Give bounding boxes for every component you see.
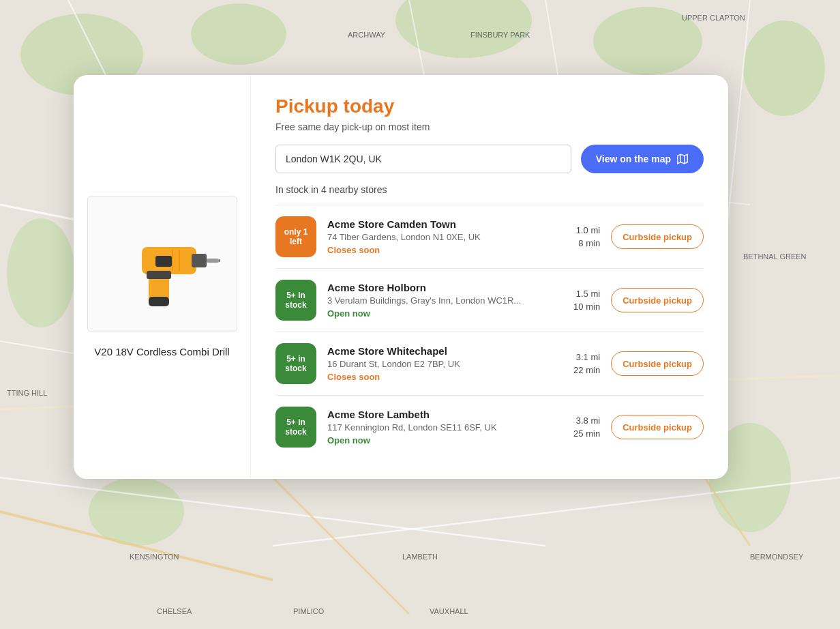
svg-point-2 xyxy=(191,3,286,65)
store-row-4: 5+ in stock Acme Store Lambeth 117 Kenni… xyxy=(275,396,704,458)
product-image-box xyxy=(87,196,237,332)
svg-text:KENSINGTON: KENSINGTON xyxy=(130,553,179,561)
stock-badge-4: 5+ in stock xyxy=(275,407,316,448)
badge-line1-2: 5+ in xyxy=(286,291,305,300)
svg-text:TTING HILL: TTING HILL xyxy=(7,389,47,397)
svg-text:CHELSEA: CHELSEA xyxy=(157,607,192,615)
pickup-title: Pickup today xyxy=(275,96,704,117)
curbside-button-1[interactable]: Curbside pickup xyxy=(611,224,704,249)
store-status-2: Open now xyxy=(327,308,548,319)
stock-summary: In stock in 4 nearby stores xyxy=(275,184,704,195)
store-row-2: 5+ in stock Acme Store Holborn 3 Verulam… xyxy=(275,269,704,332)
svg-text:FINSBURY PARK: FINSBURY PARK xyxy=(470,31,530,39)
curbside-button-2[interactable]: Curbside pickup xyxy=(611,288,704,312)
store-distance-2: 1.5 mi 10 min xyxy=(559,287,600,314)
store-info-4: Acme Store Lambeth 117 Kennington Rd, Lo… xyxy=(327,409,548,445)
badge-line1-3: 5+ in xyxy=(286,354,305,364)
store-name-4: Acme Store Lambeth xyxy=(327,409,548,420)
svg-rect-38 xyxy=(219,259,220,262)
product-title: V20 18V Cordless Combi Drill xyxy=(94,345,229,359)
distance-mi-1: 1.0 mi xyxy=(559,224,600,237)
store-distance-3: 3.1 mi 22 min xyxy=(559,351,600,377)
badge-line1-4: 5+ in xyxy=(286,418,305,427)
distance-mi-2: 1.5 mi xyxy=(559,287,600,301)
store-address-3: 16 Durant St, London E2 7BP, UK xyxy=(327,359,548,369)
svg-rect-42 xyxy=(147,271,171,279)
product-panel: V20 18V Cordless Combi Drill xyxy=(74,75,251,479)
svg-text:BETHNAL GREEN: BETHNAL GREEN xyxy=(743,252,807,261)
location-input[interactable] xyxy=(275,145,571,173)
stock-badge-1: only 1 left xyxy=(275,216,316,257)
store-name-3: Acme Store Whitechapel xyxy=(327,345,548,357)
store-status-4: Open now xyxy=(327,435,548,445)
map-icon xyxy=(676,153,689,165)
store-name-2: Acme Store Holborn xyxy=(327,282,548,293)
badge-line2-4: stock xyxy=(285,427,306,437)
store-address-1: 74 Tiber Gardens, London N1 0XE, UK xyxy=(327,232,548,242)
store-info-2: Acme Store Holborn 3 Verulam Buildings, … xyxy=(327,282,548,319)
svg-point-6 xyxy=(7,218,75,327)
svg-text:UPPER CLAPTON: UPPER CLAPTON xyxy=(682,14,745,22)
curbside-button-4[interactable]: Curbside pickup xyxy=(611,415,704,439)
view-on-map-button[interactable]: View on the map xyxy=(581,145,704,173)
store-distance-4: 3.8 mi 25 min xyxy=(559,414,600,441)
store-status-3: Closes soon xyxy=(327,372,548,382)
distance-mi-3: 3.1 mi xyxy=(559,351,600,364)
store-row-3: 5+ in stock Acme Store Whitechapel 16 Du… xyxy=(275,332,704,396)
svg-text:VAUXHALL: VAUXHALL xyxy=(430,607,468,615)
store-address-2: 3 Verulam Buildings, Gray's Inn, London … xyxy=(327,295,548,306)
content-panel: Pickup today Free same day pick-up on mo… xyxy=(251,75,728,479)
svg-text:PIMLICO: PIMLICO xyxy=(293,607,325,615)
badge-line2-1: left xyxy=(290,237,302,246)
store-info-1: Acme Store Camden Town 74 Tiber Gardens,… xyxy=(327,218,548,255)
map-button-label: View on the map xyxy=(596,153,671,164)
stores-list: only 1 left Acme Store Camden Town 74 Ti… xyxy=(275,205,704,458)
store-address-4: 117 Kennington Rd, London SE11 6SF, UK xyxy=(327,422,548,433)
pickup-modal: V20 18V Cordless Combi Drill Pickup toda… xyxy=(74,75,728,479)
svg-text:LAMBETH: LAMBETH xyxy=(402,553,438,561)
distance-time-3: 22 min xyxy=(559,364,600,377)
drill-illustration xyxy=(104,209,220,319)
stock-badge-3: 5+ in stock xyxy=(275,343,316,384)
curbside-button-3[interactable]: Curbside pickup xyxy=(611,351,704,376)
svg-rect-35 xyxy=(149,297,169,306)
svg-rect-41 xyxy=(155,256,172,267)
distance-mi-4: 3.8 mi xyxy=(559,414,600,428)
pickup-subtitle: Free same day pick-up on most item xyxy=(275,121,704,132)
store-name-1: Acme Store Camden Town xyxy=(327,218,548,230)
store-info-3: Acme Store Whitechapel 16 Durant St, Lon… xyxy=(327,345,548,382)
svg-point-7 xyxy=(89,478,184,546)
svg-point-5 xyxy=(743,20,825,116)
svg-text:ARCHWAY: ARCHWAY xyxy=(348,31,386,39)
store-distance-1: 1.0 mi 8 min xyxy=(559,224,600,250)
badge-line2-2: stock xyxy=(285,300,306,310)
distance-time-1: 8 min xyxy=(559,237,600,250)
distance-time-4: 25 min xyxy=(559,427,600,441)
store-row-1: only 1 left Acme Store Camden Town 74 Ti… xyxy=(275,205,704,269)
search-row: View on the map xyxy=(275,145,704,173)
badge-line2-3: stock xyxy=(285,364,306,373)
stock-badge-2: 5+ in stock xyxy=(275,280,316,321)
svg-text:BERMONDSEY: BERMONDSEY xyxy=(750,553,804,561)
badge-line1-1: only 1 xyxy=(284,227,308,237)
svg-rect-37 xyxy=(207,259,219,263)
store-status-1: Closes soon xyxy=(327,245,548,255)
svg-rect-36 xyxy=(192,254,207,267)
distance-time-2: 10 min xyxy=(559,300,600,314)
